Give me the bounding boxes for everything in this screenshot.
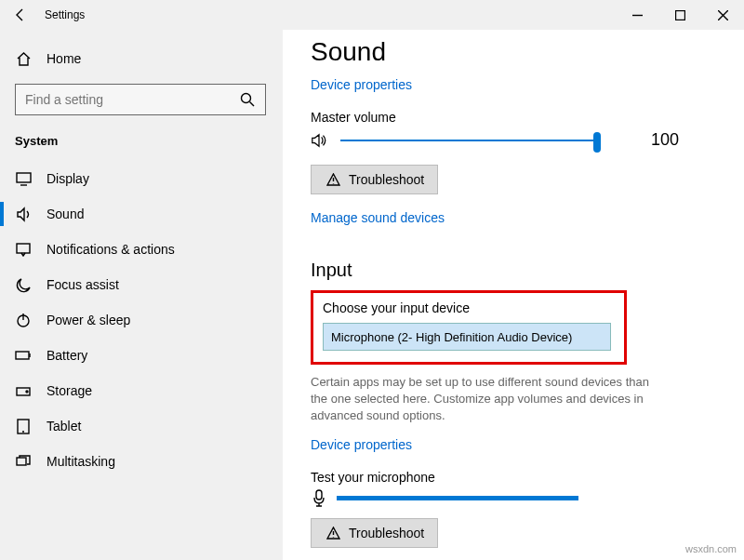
home-label: Home — [46, 51, 81, 66]
group-header: System — [0, 127, 283, 161]
sidebar: Home System Display Sound Notifications … — [0, 30, 283, 560]
volume-slider[interactable] — [340, 131, 601, 150]
warning-icon — [325, 525, 341, 541]
input-device-properties-link[interactable]: Device properties — [311, 437, 412, 452]
sidebar-item-label: Sound — [46, 207, 84, 221]
mic-level-bar — [337, 496, 578, 500]
sidebar-item-battery[interactable]: Battery — [0, 338, 283, 373]
search-row — [15, 84, 268, 115]
svg-rect-3 — [17, 244, 30, 253]
master-volume-label: Master volume — [311, 110, 714, 125]
search-icon — [239, 91, 256, 108]
window-controls — [616, 0, 744, 30]
troubleshoot-input-button[interactable]: Troubleshoot — [311, 518, 438, 548]
microphone-icon — [311, 490, 327, 507]
sidebar-item-label: Storage — [46, 383, 92, 398]
sidebar-item-display[interactable]: Display — [0, 161, 283, 196]
maximize-icon — [675, 10, 685, 20]
sidebar-item-label: Battery — [46, 348, 87, 363]
watermark: wsxdn.com — [685, 543, 737, 554]
svg-rect-10 — [316, 490, 322, 500]
sidebar-item-storage[interactable]: Storage — [0, 373, 283, 408]
svg-rect-5 — [16, 352, 29, 359]
warning-icon — [325, 171, 341, 188]
choose-input-label: Choose your input device — [323, 300, 615, 315]
input-device-dropdown[interactable]: Microphone (2- High Definition Audio Dev… — [323, 323, 611, 351]
sidebar-item-label: Notifications & actions — [46, 242, 175, 257]
mic-test-row — [311, 490, 714, 507]
speaker-icon — [311, 132, 327, 149]
svg-point-7 — [26, 391, 28, 393]
input-device-value: Microphone (2- High Definition Audio Dev… — [331, 330, 572, 344]
minimize-button[interactable] — [616, 0, 658, 30]
input-description: Certain apps may be set up to use differ… — [311, 374, 655, 425]
svg-rect-0 — [675, 10, 684, 20]
home-nav[interactable]: Home — [0, 41, 283, 76]
sidebar-item-tablet[interactable]: Tablet — [0, 408, 283, 444]
maximize-button[interactable] — [658, 0, 701, 30]
volume-row: 100 — [311, 130, 714, 150]
tablet-icon — [15, 418, 32, 434]
battery-icon — [15, 347, 32, 364]
power-icon — [15, 312, 32, 328]
notifications-icon — [15, 241, 32, 258]
svg-rect-9 — [17, 458, 26, 465]
close-icon — [718, 10, 728, 20]
minimize-icon — [632, 10, 643, 20]
search-box[interactable] — [15, 84, 266, 115]
sidebar-item-focus-assist[interactable]: Focus assist — [0, 267, 283, 302]
main-layout: Home System Display Sound Notifications … — [0, 30, 744, 560]
svg-point-1 — [242, 94, 251, 103]
volume-value: 100 — [651, 130, 679, 150]
manage-devices-link[interactable]: Manage sound devices — [311, 210, 445, 225]
sidebar-item-power-sleep[interactable]: Power & sleep — [0, 302, 283, 338]
titlebar: Settings — [0, 0, 744, 30]
sidebar-item-label: Focus assist — [46, 277, 119, 292]
troubleshoot-output-button[interactable]: Troubleshoot — [311, 165, 438, 194]
back-button[interactable] — [0, 0, 41, 30]
sound-icon — [15, 206, 32, 222]
storage-icon — [15, 382, 32, 399]
content: Sound Device properties Master volume 10… — [283, 30, 744, 560]
sidebar-item-multitasking[interactable]: Multitasking — [0, 444, 283, 479]
window-title: Settings — [45, 8, 85, 21]
sidebar-item-sound[interactable]: Sound — [0, 196, 283, 232]
display-icon — [15, 170, 32, 187]
troubleshoot-label: Troubleshoot — [349, 172, 424, 187]
close-button[interactable] — [701, 0, 744, 30]
arrow-left-icon — [13, 7, 28, 22]
test-mic-label: Test your microphone — [311, 470, 714, 485]
search-input[interactable] — [25, 92, 211, 107]
sidebar-item-label: Tablet — [46, 419, 81, 433]
home-icon — [15, 50, 32, 67]
focus-assist-icon — [15, 276, 32, 293]
input-heading: Input — [311, 260, 714, 281]
input-device-highlight: Choose your input device Microphone (2- … — [311, 290, 627, 365]
sidebar-item-label: Multitasking — [46, 454, 115, 469]
sidebar-item-label: Power & sleep — [46, 313, 130, 327]
troubleshoot-label: Troubleshoot — [349, 526, 424, 540]
sidebar-item-label: Display — [46, 171, 89, 186]
device-properties-link[interactable]: Device properties — [311, 77, 412, 92]
sidebar-item-notifications[interactable]: Notifications & actions — [0, 232, 283, 267]
svg-rect-2 — [17, 173, 31, 182]
page-heading: Sound — [311, 37, 714, 67]
multitasking-icon — [15, 453, 32, 470]
